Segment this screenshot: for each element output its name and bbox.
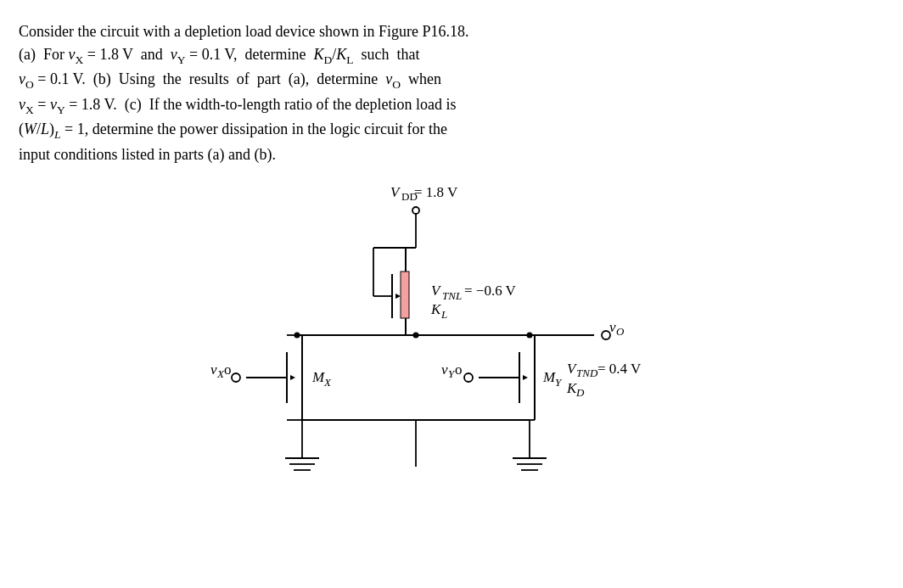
vx-o-text: o xyxy=(224,361,232,378)
vx-terminal xyxy=(232,373,240,382)
page: Consider the circuit with a depletion lo… xyxy=(0,0,903,588)
mx-gate-arrow xyxy=(290,375,295,380)
kl-sub: L xyxy=(440,308,447,321)
line-2: (a) For vX = 1.8 V and vY = 0.1 V, deter… xyxy=(19,43,876,69)
vy-terminal xyxy=(464,373,473,382)
mx-label: M xyxy=(311,369,325,385)
vtnl-value: = −0.6 V xyxy=(464,283,517,299)
line-3: vO = 0.1 V. (b) Using the results of par… xyxy=(19,68,876,93)
mx-sub: X xyxy=(323,376,332,389)
vdd-value: = 1.8 V xyxy=(414,184,458,200)
vy-o-text: o xyxy=(455,361,463,378)
vo-label: v xyxy=(609,319,616,335)
vtnl-label: V xyxy=(431,283,442,299)
line-4: vX = vY = 1.8 V. (c) If the width-to-len… xyxy=(19,93,876,119)
my-label: M xyxy=(542,369,556,385)
circuit-svg: .wire { stroke: #000; stroke-width: 1.8;… xyxy=(0,178,903,568)
line-6: input conditions listed in parts (a) and… xyxy=(19,143,876,166)
my-sub: Y xyxy=(555,376,563,389)
vdd-node xyxy=(412,207,419,214)
load-gate-arrow xyxy=(395,294,401,299)
vo-sub: O xyxy=(616,325,625,338)
vy-label: v xyxy=(441,361,448,378)
problem-text: Consider the circuit with a depletion lo… xyxy=(19,20,876,166)
circuit-diagram: .wire { stroke: #000; stroke-width: 1.8;… xyxy=(0,178,903,568)
load-depletion-highlight xyxy=(401,272,409,318)
vtnd-value: = 0.4 V xyxy=(597,361,642,377)
my-gate-arrow xyxy=(523,375,528,380)
line-5: (W/L)L = 1, determine the power dissipat… xyxy=(19,118,876,143)
vx-label: v xyxy=(210,361,217,378)
kd-sub: D xyxy=(575,386,585,399)
line-1: Consider the circuit with a depletion lo… xyxy=(19,20,876,43)
vdd-label: V xyxy=(390,184,401,200)
vtnd-sub: TND xyxy=(576,367,598,379)
kl-label: K xyxy=(430,301,442,317)
vtnl-sub: TNL xyxy=(442,289,462,302)
